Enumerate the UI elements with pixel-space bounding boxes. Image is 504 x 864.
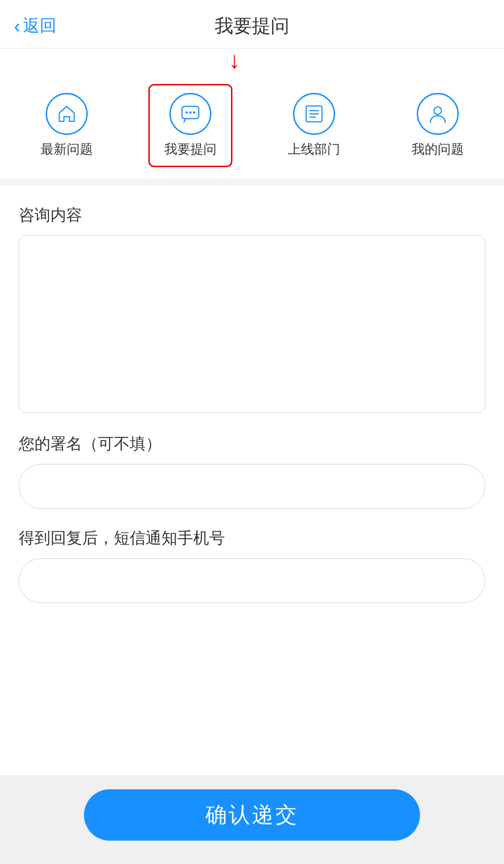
signature-input[interactable] [19, 464, 485, 509]
arrow-annotation: ↓ [0, 49, 504, 77]
phone-group: 得到回复后，短信通知手机号 [19, 527, 485, 603]
page-title: 我要提问 [215, 13, 289, 39]
nav-tabs: 最新问题 我要提问 上线部门 [0, 77, 504, 178]
tab-latest[interactable]: 最新问题 [25, 85, 109, 166]
tab-departments-label: 上线部门 [288, 140, 340, 158]
content-label: 咨询内容 [19, 204, 485, 226]
svg-point-3 [193, 112, 195, 114]
back-button[interactable]: ‹ 返回 [14, 14, 56, 37]
back-chevron-icon: ‹ [14, 17, 20, 35]
list-icon [293, 93, 335, 135]
signature-label: 您的署名（可不填） [19, 433, 485, 455]
bottom-bar: 确认递交 [0, 775, 504, 864]
tab-departments[interactable]: 上线部门 [272, 85, 356, 166]
signature-group: 您的署名（可不填） [19, 433, 485, 509]
user-icon [417, 93, 459, 135]
tab-ask-label: 我要提问 [164, 140, 217, 158]
phone-label: 得到回复后，短信通知手机号 [19, 527, 485, 549]
content-group: 咨询内容 [19, 204, 485, 414]
tab-myquestions-label: 我的问题 [412, 140, 464, 158]
svg-point-8 [434, 107, 441, 114]
content-textarea[interactable] [19, 235, 485, 413]
phone-input[interactable] [19, 558, 485, 603]
back-label: 返回 [23, 14, 56, 37]
form-area: 咨询内容 您的署名（可不填） 得到回复后，短信通知手机号 [0, 186, 504, 775]
divider [0, 178, 504, 186]
tab-ask[interactable]: 我要提问 [148, 84, 232, 167]
chat-icon [169, 93, 211, 135]
page-header: ‹ 返回 我要提问 [0, 0, 504, 49]
tab-myquestions[interactable]: 我的问题 [396, 85, 480, 166]
home-icon [46, 93, 88, 135]
svg-point-1 [185, 112, 188, 114]
submit-button[interactable]: 确认递交 [84, 789, 420, 841]
tab-latest-label: 最新问题 [41, 140, 93, 158]
red-arrow-icon: ↓ [229, 49, 240, 72]
svg-point-2 [189, 112, 191, 114]
